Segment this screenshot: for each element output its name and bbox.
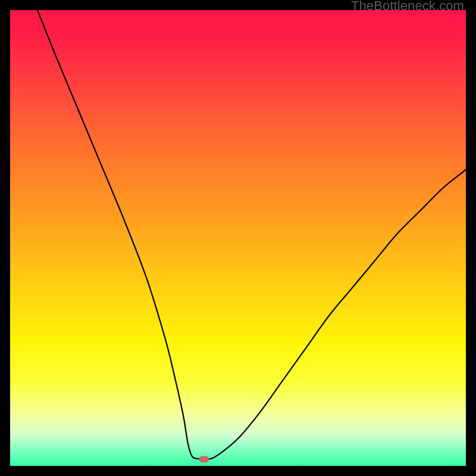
- optimal-point-marker: [199, 456, 209, 462]
- bottleneck-curve: [10, 10, 466, 466]
- plot-area: [10, 10, 466, 466]
- chart-frame: TheBottleneck.com: [0, 0, 476, 476]
